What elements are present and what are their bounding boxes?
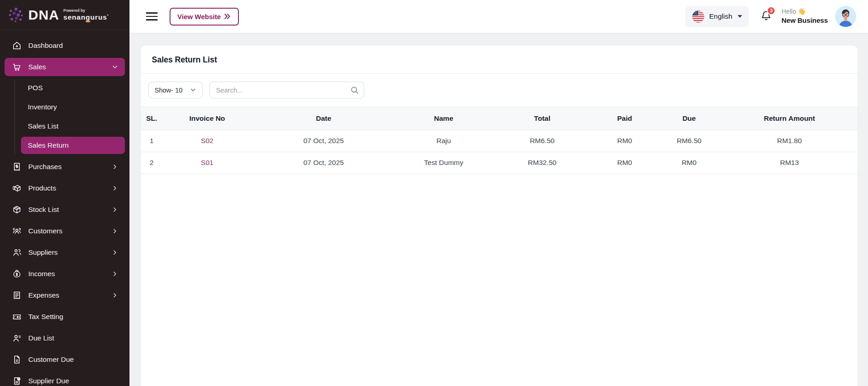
column-header-date: Date [252,107,395,130]
sidebar-item-label: Sales [28,63,111,71]
page-title: Sales Return List [152,55,847,65]
sidebar-item-label: Products [28,184,111,192]
sidebar-subitem-label: POS [28,84,43,92]
column-header-total: Total [492,107,592,130]
sidebar-item-dashboard[interactable]: Dashboard [5,36,125,55]
sidebar-subitem-label: Sales Return [28,141,69,149]
sidebar-item-customer-due[interactable]: Customer Due [5,350,125,369]
wave-emoji: 👋 [798,8,806,15]
sidebar-item-suppliers[interactable]: Suppliers [5,243,125,262]
sidebar-item-incomes[interactable]: Incomes [5,265,125,283]
language-label: English [709,12,732,21]
column-header-sl: SL. [141,107,162,130]
sidebar-item-purchases[interactable]: Purchases [5,158,125,176]
sidebar-item-label: Due List [28,334,119,342]
user-greeting: Hello 👋 New Business [781,7,828,25]
table-controls: Show- 10 [141,74,858,107]
cell-date: 07 Oct, 2025 [252,130,395,152]
column-header-return-amount: Return Amount [721,107,858,130]
powered-by-label: Powered by [63,8,109,13]
chevron-right-icon [111,163,119,170]
cell-sl: 1 [141,130,162,152]
sidebar-item-label: Dashboard [28,41,119,50]
expense-receipt-icon [12,290,22,300]
sidebar: DNA Powered by senangurus• Dashboard [0,0,129,386]
show-entries-select[interactable]: Show- 10 [148,82,203,98]
cell-return-amount: RM1.80 [721,130,858,152]
sidebar-item-due-list[interactable]: Due List [5,329,125,347]
chevron-down-icon [111,63,119,71]
column-header-due: Due [657,107,721,130]
sidebar-subitem-sales-return[interactable]: Sales Return [21,137,125,154]
chevron-right-icon [111,249,119,256]
cell-total: RM6.50 [492,130,592,152]
invoice-link[interactable]: S01 [201,159,214,166]
notifications-button[interactable]: 3 [760,10,772,24]
home-icon [12,41,22,51]
sidebar-item-label: Suppliers [28,248,111,257]
product-box-icon [12,183,22,193]
caret-down-icon [738,15,742,18]
sidebar-item-sales[interactable]: Sales [5,58,125,76]
sidebar-item-customers[interactable]: Customers [5,222,125,240]
suppliers-icon [12,247,22,257]
brand-name: DNA [28,8,59,22]
search-input[interactable] [209,82,364,98]
dna-logo-icon [7,6,25,24]
powered-brand-name: senangurus• [63,13,109,21]
sidebar-item-stock-list[interactable]: Stock List [5,201,125,219]
chevron-right-icon [111,292,119,299]
language-selector[interactable]: English [685,6,749,27]
cell-sl: 2 [141,152,162,174]
sidebar-subitem-label: Sales List [28,122,58,130]
chevron-right-icon [111,185,119,192]
sidebar-item-label: Tax Setting [28,313,119,321]
brand-logo[interactable]: DNA Powered by senangurus• [0,0,129,30]
view-website-label: View Website [177,13,221,21]
sidebar-item-products[interactable]: Products [5,179,125,197]
sidebar-item-label: Purchases [28,163,111,171]
cell-name: Test Dummy [395,152,492,174]
sales-submenu: POS Inventory Sales List Sales Return [15,79,129,154]
sidebar-subitem-sales-list[interactable]: Sales List [15,118,125,135]
show-entries-label: Show- 10 [155,87,182,94]
column-header-invoice: Invoice No [162,107,252,130]
view-website-button[interactable]: View Website [170,8,239,26]
cell-due: RM6.50 [657,130,721,152]
sidebar-item-supplier-due[interactable]: Supplier Due [5,372,125,386]
cell-total: RM32.50 [492,152,592,174]
sidebar-subitem-inventory[interactable]: Inventory [15,98,125,116]
table-header-row: SL. Invoice No Date Name Total Paid Due … [141,107,858,130]
sidebar-item-tax-setting[interactable]: Tax Setting [5,308,125,326]
sidebar-item-label: Supplier Due [28,377,119,385]
sidebar-item-label: Stock List [28,206,111,214]
invoice-link[interactable]: S02 [201,137,214,144]
sidebar-item-expenses[interactable]: Expenses [5,286,125,304]
sidebar-item-label: Incomes [28,270,111,278]
table-row: 1 S02 07 Oct, 2025 Raju RM6.50 RM0 RM6.5… [141,130,858,152]
cell-due: RM0 [657,152,721,174]
cell-paid: RM0 [592,130,656,152]
table-row: 2 S01 07 Oct, 2025 Test Dummy RM32.50 RM… [141,152,858,174]
notification-count-badge: 3 [767,6,775,15]
column-header-paid: Paid [592,107,656,130]
user-avatar[interactable] [835,6,856,27]
double-chevron-right-icon [224,13,231,20]
cart-icon [12,62,22,72]
chevron-down-icon [190,87,196,93]
customer-due-document-icon [12,355,22,365]
hamburger-menu-icon[interactable] [146,10,158,23]
sales-return-table: SL. Invoice No Date Name Total Paid Due … [141,107,858,174]
due-person-icon [12,333,22,343]
us-flag-icon [692,10,704,23]
supplier-due-document-icon [12,376,22,386]
top-header: View Website [129,0,868,33]
cell-return-amount: RM13 [721,152,858,174]
sidebar-subitem-pos[interactable]: POS [15,79,125,97]
app-root: DNA Powered by senangurus• Dashboard [0,0,868,386]
page-content: Sales Return List Show- 10 [129,33,868,386]
sidebar-subitem-label: Inventory [28,103,57,111]
sidebar-item-label: Customer Due [28,355,119,364]
business-name: New Business [781,16,828,25]
customers-icon [12,226,22,236]
